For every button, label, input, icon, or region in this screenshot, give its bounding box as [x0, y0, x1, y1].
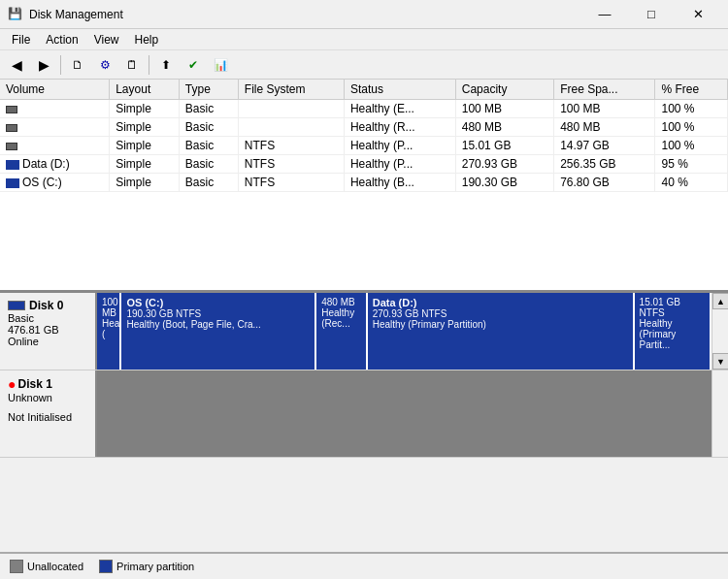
menu-help[interactable]: Help [127, 31, 167, 48]
table-cell: Simple [110, 174, 180, 192]
legend-unalloc: Unallocated [10, 560, 83, 573]
disk-1-status: Not Initialised [8, 411, 87, 423]
table-cell: Healthy (P... [344, 155, 455, 174]
app-icon: 💾 [8, 7, 23, 22]
disk-1-scrollbar [711, 370, 728, 457]
cell-volume [0, 118, 110, 137]
close-button[interactable]: ✕ [676, 0, 720, 29]
col-layout[interactable]: Layout [110, 80, 180, 100]
toolbar-btn-5[interactable]: ✔ [181, 53, 206, 77]
disk-0-type: Basic [8, 312, 87, 324]
table-cell: 480 MB [455, 118, 553, 137]
table-cell: Healthy (R... [344, 118, 455, 137]
toolbar-separator-1 [60, 55, 61, 75]
disk-table: Volume Layout Type File System Status Ca… [0, 80, 728, 192]
table-cell: 100 MB [455, 100, 553, 118]
table-cell: Basic [179, 137, 238, 155]
toolbar-separator-2 [149, 55, 149, 75]
minimize-button[interactable]: — [582, 0, 627, 29]
scroll-up-btn[interactable]: ▲ [712, 293, 728, 309]
disk-0-partitions: 100 MB Healthy ( OS (C:) 190.30 GB NTFS … [97, 293, 711, 370]
table-row[interactable]: OS (C:)SimpleBasicNTFSHealthy (B...190.3… [0, 174, 728, 192]
table-cell: NTFS [238, 155, 344, 174]
toolbar-btn-6[interactable]: 📊 [208, 53, 233, 77]
disk-1-entry: ● Disk 1 Unknown Not Initialised [0, 370, 728, 458]
table-row[interactable]: SimpleBasicHealthy (R...480 MB480 MB100 … [0, 118, 728, 137]
table-cell: Basic [179, 100, 238, 118]
title-bar: 💾 Disk Management — □ ✕ [0, 0, 728, 29]
table-cell: 270.93 GB [455, 155, 553, 174]
disk-1-partitions [97, 370, 711, 457]
col-status[interactable]: Status [344, 80, 455, 100]
table-cell: 100 MB [554, 100, 655, 118]
table-cell: Simple [110, 118, 180, 137]
vol-icon-small [6, 106, 17, 113]
cell-volume [0, 100, 110, 118]
partition-os-c[interactable]: OS (C:) 190.30 GB NTFS Healthy (Boot, Pa… [121, 293, 316, 370]
col-capacity[interactable]: Capacity [455, 80, 553, 100]
legend-primary-label: Primary partition [116, 561, 194, 572]
table-cell: 40 % [655, 174, 728, 192]
disk-0-label: Disk 0 Basic 476.81 GB Online [0, 293, 97, 370]
table-cell: 100 % [655, 100, 728, 118]
col-volume[interactable]: Volume [0, 80, 110, 100]
disk-0-name: Disk 0 [29, 299, 63, 312]
partition-480mb[interactable]: 480 MB Healthy (Rec... [316, 293, 367, 370]
vol-icon-small [6, 143, 17, 150]
table-cell: 480 MB [554, 118, 655, 137]
table-cell: NTFS [238, 174, 344, 192]
legend-unalloc-label: Unallocated [27, 561, 83, 572]
scroll-track [712, 309, 728, 353]
menu-action[interactable]: Action [38, 31, 85, 48]
menu-view[interactable]: View [86, 31, 127, 48]
toolbar: ◀ ▶ 🗋 ⚙ 🗒 ⬆ ✔ 📊 [0, 50, 728, 80]
col-filesystem[interactable]: File System [238, 80, 344, 100]
vol-icon-small [6, 124, 17, 132]
table-cell: NTFS [238, 137, 344, 155]
table-cell: Healthy (P... [344, 137, 455, 155]
forward-button[interactable]: ▶ [31, 53, 56, 77]
menu-bar: File Action View Help [0, 29, 728, 50]
table-cell [238, 100, 344, 118]
disk-1-name: Disk 1 [17, 377, 51, 391]
scroll-down-btn[interactable]: ▼ [712, 353, 728, 370]
toolbar-btn-4[interactable]: ⬆ [153, 53, 179, 77]
table-cell: 190.30 GB [455, 174, 553, 192]
partition-100mb[interactable]: 100 MB Healthy ( [97, 293, 121, 370]
toolbar-btn-3[interactable]: 🗒 [119, 53, 145, 77]
menu-file[interactable]: File [4, 31, 38, 48]
window-controls: — □ ✕ [582, 0, 720, 29]
partition-15gb[interactable]: 15.01 GB NTFS Healthy (Primary Partit... [635, 293, 711, 370]
table-cell: 100 % [655, 118, 728, 137]
window-title: Disk Management [29, 8, 582, 21]
cell-volume [0, 137, 110, 155]
disk-1-type: Unknown [8, 392, 87, 403]
col-type[interactable]: Type [179, 80, 238, 100]
table-row[interactable]: SimpleBasicHealthy (E...100 MB100 MB100 … [0, 100, 728, 118]
table-cell: 100 % [655, 137, 728, 155]
maximize-button[interactable]: □ [629, 0, 674, 29]
table-cell: 256.35 GB [554, 155, 655, 174]
main-area: Volume Layout Type File System Status Ca… [0, 80, 728, 579]
vol-icon-large [6, 178, 19, 188]
disk-1-label: ● Disk 1 Unknown Not Initialised [0, 370, 97, 457]
cell-volume: OS (C:) [0, 174, 110, 192]
table-cell: Basic [179, 155, 238, 174]
toolbar-btn-2[interactable]: ⚙ [92, 53, 117, 77]
vol-icon-large [6, 160, 19, 170]
disk-map-area: Disk 0 Basic 476.81 GB Online 100 MB Hea… [0, 293, 728, 552]
table-cell: Simple [110, 155, 180, 174]
partition-data-d[interactable]: Data (D:) 270.93 GB NTFS Healthy (Primar… [368, 293, 635, 370]
legend-primary: Primary partition [99, 560, 194, 573]
table-row[interactable]: SimpleBasicNTFSHealthy (P...15.01 GB14.9… [0, 137, 728, 155]
table-row[interactable]: Data (D:)SimpleBasicNTFSHealthy (P...270… [0, 155, 728, 174]
disk-table-area: Volume Layout Type File System Status Ca… [0, 80, 728, 293]
table-cell: 76.80 GB [554, 174, 655, 192]
toolbar-btn-1[interactable]: 🗋 [65, 53, 90, 77]
legend-bar: Unallocated Primary partition [0, 552, 728, 579]
col-freespace[interactable]: Free Spa... [554, 80, 655, 100]
table-cell: Basic [179, 174, 238, 192]
col-pctfree[interactable]: % Free [655, 80, 728, 100]
back-button[interactable]: ◀ [4, 53, 29, 77]
scrollbar-right[interactable]: ▲ ▼ [711, 293, 728, 370]
